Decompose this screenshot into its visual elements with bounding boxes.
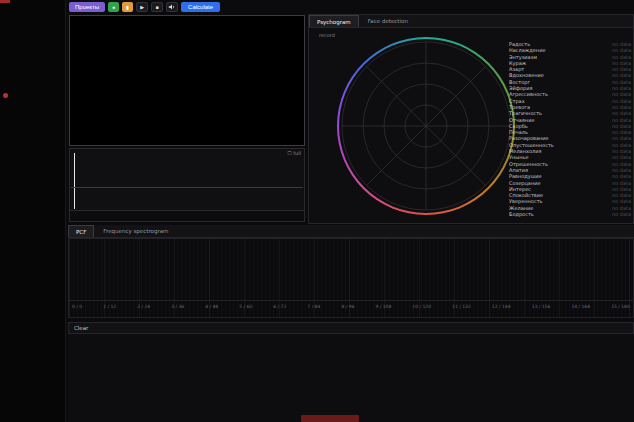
emotion-value: no data (612, 211, 631, 217)
emotion-name: Бодрость (509, 211, 534, 217)
polar-grid (337, 37, 515, 215)
time-tick-label: 5 / 60 (239, 304, 252, 309)
spectrogram-tabbar: PCF Frequency spectrogram (68, 225, 634, 238)
status-indicator (301, 415, 359, 422)
play-button[interactable]: ▶ (136, 2, 148, 12)
full-checkbox[interactable]: ☐ full (287, 150, 301, 156)
time-tick-label: 9 / 108 (375, 304, 391, 309)
analysis-panel: Psychogram Face detection record Радость… (308, 14, 634, 224)
psychogram-chart (337, 37, 515, 215)
video-preview (69, 15, 305, 146)
recording-dot-icon (3, 93, 8, 98)
time-tick-label: 3 / 36 (171, 304, 184, 309)
time-tick-label: 8 / 96 (341, 304, 354, 309)
clear-bar[interactable]: Clear (68, 322, 634, 334)
play-icon: ▶ (140, 3, 144, 12)
playhead-cursor[interactable] (74, 153, 75, 209)
time-tick-label: 11 / 132 (452, 304, 471, 309)
waveform-zero-axis (71, 187, 303, 188)
pause-icon: ▮ (126, 3, 129, 12)
time-tick-label: 13 / 156 (532, 304, 551, 309)
time-tick-label: 12 / 144 (492, 304, 511, 309)
time-tick-label: 0 / 0 (72, 304, 82, 309)
time-tick-label: 4 / 48 (205, 304, 218, 309)
tab-face-detection[interactable]: Face detection (361, 15, 415, 27)
emotion-list: Радость no data Наслаждение no data Энту… (509, 41, 631, 217)
waveform-scrollbar[interactable] (70, 210, 304, 221)
pause-button[interactable]: ▮ (122, 2, 133, 12)
spectrogram-panel[interactable]: 0 / 0 1 / 12 2 / 24 3 / 36 4 / 48 5 / 60… (68, 238, 634, 318)
time-axis: 0 / 0 1 / 12 2 / 24 3 / 36 4 / 48 5 / 60… (72, 304, 630, 309)
calculate-button[interactable]: Calculate (181, 2, 220, 12)
recording-mark (0, 0, 10, 3)
stop-icon: ■ (156, 3, 159, 12)
clear-button[interactable]: Clear (74, 325, 88, 331)
toolbar: Проекты ● ▮ ▶ ■ Calculate (69, 1, 220, 13)
time-tick-label: 2 / 24 (137, 304, 150, 309)
time-tick-label: 1 / 12 (103, 304, 116, 309)
spectrogram-baseline (69, 300, 633, 301)
chart-source-label: record (319, 32, 335, 38)
time-tick-label: 14 / 168 (571, 304, 590, 309)
record-button[interactable]: ● (108, 2, 119, 12)
analysis-tabbar: Psychogram Face detection (309, 15, 633, 28)
emotion-row: Бодрость no data (509, 211, 631, 217)
tab-pcf[interactable]: PCF (68, 225, 94, 237)
record-icon: ● (112, 3, 115, 12)
time-tick-label: 15 / 180 (611, 304, 630, 309)
volume-button[interactable] (166, 2, 178, 12)
checkbox-icon: ☐ (287, 150, 291, 156)
tab-frequency-spectrogram[interactable]: Frequency spectrogram (96, 225, 175, 237)
time-tick-label: 6 / 72 (273, 304, 286, 309)
full-label: full (293, 150, 301, 156)
tab-psychogram[interactable]: Psychogram (309, 15, 359, 27)
console-output (68, 334, 634, 422)
time-tick-label: 7 / 84 (307, 304, 320, 309)
waveform-panel[interactable]: ☐ full (69, 148, 305, 222)
sidebar (0, 0, 66, 422)
projects-button[interactable]: Проекты (69, 2, 105, 12)
time-tick-label: 10 / 120 (412, 304, 431, 309)
stop-button[interactable]: ■ (151, 2, 163, 12)
speaker-icon (168, 3, 176, 11)
